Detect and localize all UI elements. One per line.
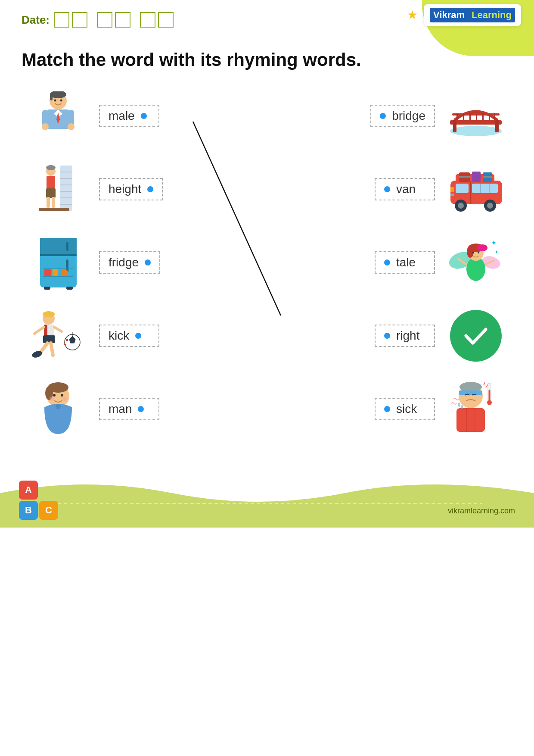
svg-point-10 (42, 123, 49, 130)
image-fridge (26, 237, 90, 288)
image-kick (26, 310, 90, 362)
dot-fridge (145, 259, 151, 266)
svg-point-12 (54, 99, 56, 101)
svg-point-13 (60, 99, 62, 101)
svg-rect-15 (450, 120, 502, 125)
date-label: Date: (22, 13, 50, 27)
svg-rect-26 (60, 166, 72, 211)
date-section: Date: (22, 12, 174, 28)
svg-rect-34 (47, 176, 55, 190)
svg-rect-60 (40, 254, 77, 256)
header: Date: Vikram Learning (0, 0, 534, 28)
svg-point-117 (458, 403, 460, 407)
rows-container: male bridge (26, 88, 508, 437)
svg-point-102 (61, 394, 63, 397)
dot-bridge (380, 113, 386, 119)
image-checkmark (444, 310, 508, 362)
svg-rect-35 (46, 188, 56, 198)
svg-line-92 (54, 327, 62, 331)
word-tale: tale (396, 256, 416, 269)
match-row-1: male bridge (26, 88, 508, 144)
fairy-svg: ✦ ✦ (448, 237, 504, 288)
svg-rect-43 (472, 172, 481, 182)
date-box-4[interactable] (115, 12, 130, 28)
date-box-6[interactable] (158, 12, 174, 28)
svg-line-91 (34, 327, 44, 334)
date-input-boxes (54, 12, 174, 28)
svg-point-78 (477, 244, 487, 251)
word-bridge: bridge (392, 109, 425, 123)
word-box-right: right (375, 325, 435, 347)
match-row-5: man sick (26, 381, 508, 437)
svg-rect-36 (47, 197, 50, 208)
checkmark-icon (461, 321, 491, 351)
sick-svg (447, 381, 505, 437)
svg-point-76 (472, 252, 474, 253)
word-man: man (109, 402, 132, 416)
match-row-2: height van (26, 161, 508, 217)
dot-man (138, 406, 144, 412)
svg-rect-38 (39, 208, 69, 211)
right-side-5: sick (327, 383, 508, 435)
logo: Vikram Learning (424, 4, 521, 26)
footer-url: vikramlearning.com (448, 506, 515, 515)
left-side-2: height (26, 163, 207, 215)
svg-rect-19 (456, 113, 458, 120)
dot-sick (384, 406, 390, 412)
svg-point-103 (50, 397, 54, 401)
date-box-2[interactable] (72, 12, 87, 28)
checkmark-circle (450, 310, 502, 362)
height-svg (34, 163, 82, 215)
word-box-height: height (99, 178, 163, 200)
kick-svg (29, 308, 87, 364)
date-box-3[interactable] (97, 12, 112, 28)
svg-rect-24 (489, 113, 490, 120)
image-sick-person (444, 383, 508, 435)
word-box-man: man (99, 398, 159, 420)
word-box-sick: sick (375, 398, 435, 420)
svg-rect-25 (494, 113, 495, 120)
block-c: C (39, 501, 58, 520)
block-a: A (19, 481, 38, 500)
svg-rect-3 (50, 94, 53, 100)
bridge-svg (448, 94, 504, 137)
svg-rect-56 (450, 187, 454, 192)
svg-point-67 (61, 269, 68, 276)
left-side-1: male (26, 90, 207, 142)
svg-point-101 (53, 394, 56, 397)
dot-male (141, 113, 147, 119)
dot-kick (135, 333, 141, 339)
svg-point-104 (62, 397, 67, 401)
svg-rect-21 (469, 113, 471, 120)
boy-svg (34, 382, 83, 436)
word-fridge: fridge (109, 256, 139, 269)
word-height: height (109, 182, 141, 196)
svg-rect-22 (476, 113, 477, 120)
svg-rect-45 (459, 176, 470, 178)
svg-rect-20 (463, 113, 464, 120)
dot-tale (384, 259, 390, 266)
svg-point-113 (487, 400, 492, 405)
date-box-5[interactable] (140, 12, 155, 28)
svg-point-84 (43, 311, 55, 317)
content-area: male bridge (0, 79, 534, 463)
svg-rect-23 (482, 113, 484, 120)
svg-rect-108 (459, 390, 482, 395)
svg-point-75 (467, 246, 474, 258)
footer-wrapper: A B C vikramlearning.com (0, 472, 534, 528)
man-svg (34, 91, 82, 141)
svg-point-105 (56, 404, 61, 409)
word-box-tale: tale (375, 251, 435, 274)
word-right: right (396, 329, 419, 343)
svg-rect-47 (456, 184, 469, 193)
word-sick: sick (396, 402, 417, 416)
svg-line-88 (40, 343, 47, 353)
page-title: Match the word with its rhyming words. (22, 49, 512, 71)
left-side-3: fridge (26, 237, 207, 288)
date-box-1[interactable] (54, 12, 69, 28)
svg-rect-57 (450, 194, 454, 196)
svg-text:✦: ✦ (494, 249, 499, 255)
word-van: van (396, 182, 416, 196)
svg-point-97 (64, 344, 66, 345)
svg-point-118 (461, 405, 463, 409)
